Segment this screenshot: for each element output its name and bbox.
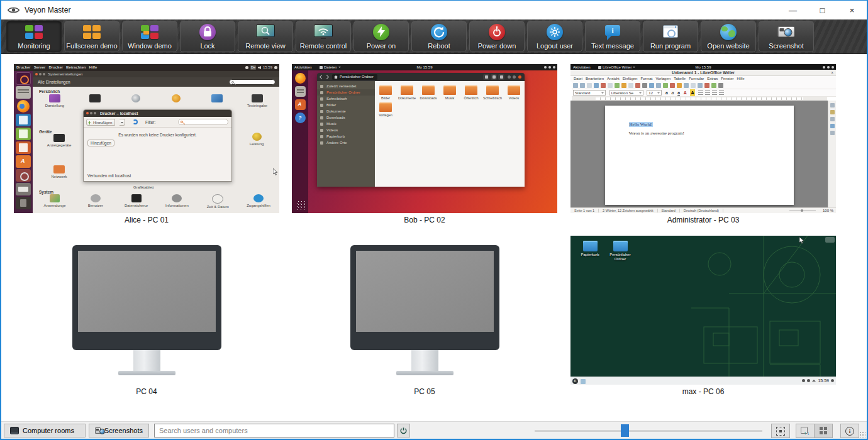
home-desktop-icon: Persönlicher Ordner: [606, 241, 635, 261]
toolbar-button-remote-view[interactable]: Remote view: [238, 21, 293, 52]
view-grid-icon: [491, 74, 497, 80]
font-name-combo: Liberation Se: [609, 90, 643, 96]
about-button[interactable]: i: [840, 424, 859, 438]
pc01-menubar: DruckerServerDruckerBetrachtenHilfe De 1…: [14, 64, 279, 71]
remote-control-icon: [314, 25, 333, 37]
monitor-icon: [72, 245, 221, 350]
toolbar-button-text-message[interactable]: i Text message: [585, 21, 640, 52]
online-accounts-icon: [172, 94, 181, 102]
minimize-button[interactable]: —: [778, 1, 808, 19]
thumbnail-size-slider-handle[interactable]: [621, 424, 629, 437]
computer-monitoring-area: DruckerServerDruckerBetrachtenHilfe De 1…: [1, 54, 867, 421]
toolbar-button-monitoring[interactable]: Monitoring: [6, 21, 62, 52]
toolbar-button-run-program[interactable]: Run program: [643, 21, 698, 52]
screenshots-button[interactable]: Screenshots: [89, 424, 149, 437]
auto-fit-icon: [776, 427, 785, 436]
toolbar-button-lock[interactable]: Lock: [180, 21, 235, 52]
computer-thumbnail-administrator-pc03[interactable]: Aktivitäten Mo 15:59 LibreOffice Writer …: [570, 64, 836, 213]
pc01-screenshot: DruckerServerDruckerBetrachtenHilfe De 1…: [14, 64, 279, 213]
volume-icon: [807, 379, 810, 382]
toolbar-button-power-down[interactable]: Power down: [469, 21, 525, 52]
lo-m-7: Formular: [689, 77, 704, 80]
n-item-9: Andere Orte: [317, 140, 375, 146]
printer-icon: [16, 183, 31, 195]
toolbar-button-window-demo[interactable]: Window demo: [122, 21, 177, 52]
toolbar-button-logout-user[interactable]: Logout user: [527, 21, 582, 52]
open-website-icon: [720, 24, 737, 40]
lo-s-0: Seite 1 von 1: [574, 209, 599, 212]
computer-label: Bob - PC 02: [292, 216, 557, 224]
resize-grip[interactable]: [859, 431, 865, 437]
computer-thumbnail-pc05[interactable]: PC 05: [292, 236, 557, 385]
lo-m-8: Extras: [707, 77, 718, 80]
computer-thumbnail-max-pc06[interactable]: Papierkorb Persönlicher Ordner K 15:59 m…: [570, 236, 836, 385]
keyboard-icon: [252, 94, 263, 102]
align-to-grid-button[interactable]: [814, 424, 833, 438]
n-folder-5: Schreibtisch: [482, 85, 503, 100]
lo-m-5: Vorlagen: [655, 77, 670, 80]
pc01-mouse-cursor: [273, 168, 278, 175]
close-icon: [518, 75, 521, 79]
n-folder-6: Videos: [503, 85, 525, 100]
pc05-offline-monitor: [292, 236, 557, 385]
files-icon: [295, 86, 306, 97]
maximize-button[interactable]: □: [808, 1, 837, 19]
pc02-files-headerbar: Persönlicher Ordner: [317, 73, 525, 81]
pc03-writer-window: Unbenannt 1 - LibreOffice Writer × Datei…: [570, 70, 836, 213]
pc06-screenshot: Papierkorb Persönlicher Ordner K 15:59: [570, 236, 836, 385]
toolbar-button-screenshot[interactable]: Screenshot: [759, 21, 814, 52]
n-item-2: Schreibtisch: [317, 96, 375, 102]
thumbnail-size-slider-track[interactable]: [535, 430, 762, 432]
n-item-5: Downloads: [317, 114, 375, 121]
display-icon: [49, 94, 60, 102]
pc06-clock: 15:59: [818, 378, 829, 383]
toolbar-button-power-on[interactable]: Power on: [353, 21, 409, 52]
power-controls-toggle-button[interactable]: [397, 424, 410, 437]
trash-desktop-icon: Papierkorb: [576, 241, 604, 257]
u-menu-3: Betrachten: [66, 65, 86, 69]
caret-down-icon: [633, 67, 635, 69]
add-printer-dropdown: [120, 119, 125, 126]
computer-thumbnail-pc04[interactable]: PC 04: [14, 236, 279, 385]
computer-thumbnail-alice-pc01[interactable]: DruckerServerDruckerBetrachtenHilfe De 1…: [14, 64, 279, 213]
desktop-toolbox-icon: [825, 237, 835, 243]
pc03-tray: [823, 66, 834, 69]
paragraph-style-combo: Standard: [573, 90, 606, 96]
forward-icon: [325, 75, 329, 79]
auto-fit-button[interactable]: [771, 424, 790, 438]
add-printer-button: Hinzufügen: [86, 119, 115, 126]
text-message-icon: i: [605, 25, 620, 36]
refresh-icon: [133, 119, 138, 124]
align-center-icon: [705, 91, 710, 95]
toolbar-button-open-website[interactable]: Open website: [701, 21, 756, 52]
minimize-icon: [508, 75, 511, 79]
lo-s-2: Standard: [662, 209, 680, 212]
window-demo-icon: [140, 24, 160, 40]
brightness-lock-icon: [89, 94, 101, 102]
close-button[interactable]: ×: [837, 1, 867, 19]
n-folder-0: Bilder: [375, 85, 396, 100]
n-folder-2: Downloads: [418, 85, 439, 100]
lo-m-1: Bearbeiten: [586, 77, 604, 80]
toolbar-button-remote-control[interactable]: Remote control: [296, 21, 351, 52]
n-item-0: Zuletzt verwendet: [317, 83, 375, 89]
computer-label: PC 04: [14, 387, 279, 396]
titlebar[interactable]: Veyon Master — □ ×: [1, 1, 867, 19]
power-icon: [399, 427, 408, 435]
n-folder-7: Vorlagen: [375, 102, 396, 117]
computer-rooms-button[interactable]: Computer rooms: [4, 424, 86, 437]
n-folder-1: Dokumente: [396, 85, 418, 100]
sys-item-1: Benutzer: [76, 194, 115, 209]
search-input[interactable]: [154, 424, 394, 437]
path-button: Persönlicher Ordner: [332, 74, 377, 80]
toolbar-button-reboot[interactable]: Reboot: [411, 21, 467, 52]
lo-m-4: Format: [640, 77, 652, 80]
pc03-sidebar: [828, 101, 836, 207]
computer-thumbnail-bob-pc02[interactable]: Aktivitäten Mo 15:59 Dateien Persönliche…: [292, 64, 557, 213]
align-right-icon: [712, 91, 717, 95]
pc02-screenshot: Aktivitäten Mo 15:59 Dateien Persönliche…: [292, 64, 557, 213]
toolbar-button-fullscreen-demo[interactable]: Fullscreen demo: [64, 21, 120, 52]
pc03-screenshot: Aktivitäten Mo 15:59 LibreOffice Writer …: [570, 64, 836, 213]
custom-arrangement-button[interactable]: ↓↑: [796, 424, 815, 438]
pc01-printer-dialog: Drucker – localhost Hinzufügen Filter: E…: [83, 109, 232, 182]
